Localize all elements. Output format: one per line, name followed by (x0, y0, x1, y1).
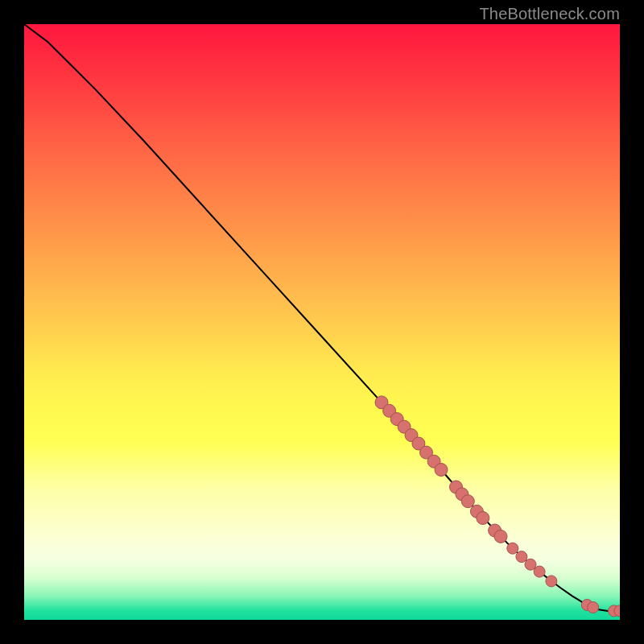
data-point (507, 543, 518, 554)
data-point (435, 464, 448, 477)
data-point (461, 495, 474, 508)
attribution-text: TheBottleneck.com (479, 5, 620, 23)
chart-svg (24, 24, 620, 620)
data-point (477, 512, 489, 525)
data-point (546, 576, 557, 587)
data-point (588, 602, 599, 613)
scatter-points (375, 396, 620, 617)
plot-area (24, 24, 620, 620)
data-point (534, 566, 545, 577)
curve-line (24, 24, 620, 611)
data-point (516, 551, 527, 563)
data-point (494, 530, 507, 543)
chart-frame: TheBottleneck.com (0, 0, 644, 644)
